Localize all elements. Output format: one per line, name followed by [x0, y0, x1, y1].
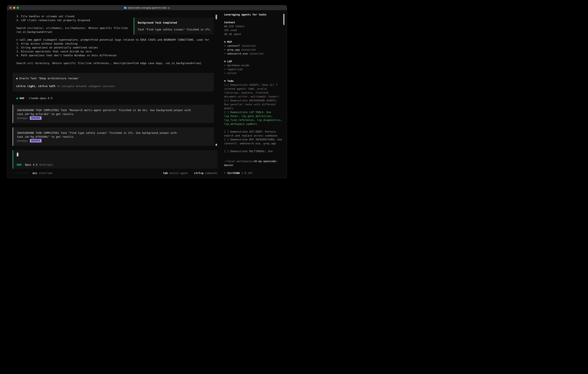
task-message: [BACKGROUND TASK COMPLETED] Task "Find t…	[13, 127, 214, 146]
fisheye-icon: ◉	[16, 77, 18, 80]
bullet-icon: •	[224, 68, 226, 71]
workspace-prefix: ~/local-workspaces/	[224, 160, 254, 163]
prompt-input[interactable]: OmO Opus 4.5 Anthropic	[13, 150, 218, 169]
bullet-icon: •	[224, 44, 226, 47]
spinner-dots: ········	[13, 172, 29, 175]
message-author: yeongyu	[17, 116, 28, 120]
todo-item: [ ] Demonstrate MULTIMODAL: Use	[224, 149, 283, 153]
text-cursor	[17, 153, 18, 156]
todo-item: [ ] Demonstrate AST-GREP: Pattern search…	[224, 130, 283, 137]
conversation-area[interactable]: 3. File handles or streams not closed 4.…	[7, 10, 221, 169]
message-text: task_id="bg_6f59260c" to get results.	[17, 135, 211, 139]
context-tokens: 66,518 tokens	[224, 24, 283, 28]
navigation-hint: ctrl+x right, ctrl+x left to navigate be…	[16, 84, 211, 88]
separator-dot: ·	[26, 97, 27, 100]
input-meta: OmO Opus 4.5 Anthropic	[17, 163, 215, 166]
oracle-task-title: Oracle Task "Deep architecture review"	[19, 77, 79, 80]
oracle-task-card[interactable]: ◉ Oracle Task "Deep architecture review"…	[13, 73, 214, 92]
agent-model: claude-opus-4-5	[29, 97, 52, 100]
gear-icon: ⚙	[16, 38, 18, 41]
checkbox-empty-icon: [ ]	[224, 130, 229, 133]
agent-checkbox-icon: ▣	[16, 97, 18, 100]
checkbox-checked-icon: [✓]	[224, 83, 229, 86]
message-text: [BACKGROUND TASK COMPLETED] Task "Resear…	[17, 108, 211, 112]
window-title-area: [OpenCode] Leveraging agents for tasks ◐	[124, 7, 170, 9]
desktop: { "colors": { "accent_teal": "#27c6b4", …	[0, 0, 294, 187]
mcp-item: • grep_app Connected	[224, 48, 283, 52]
terminal-line: 4. Path operations that don't handle Win…	[16, 53, 215, 57]
titlebar: [OpenCode] Leveraging agents for tasks ◐	[7, 5, 287, 10]
context-spent: $0.46 spent	[224, 32, 283, 36]
kbd-shortcut: ctrl+x right, ctrl+x left	[16, 85, 55, 88]
notification-body: Task "Find type safety issues" finished …	[138, 28, 210, 31]
sidebar-scrollbar-thumb[interactable]	[283, 14, 284, 25]
commands-hint: ctrl+pcommands	[194, 172, 218, 175]
lsp-section-heading[interactable]: ▼ LSP	[224, 59, 283, 63]
checkbox-empty-icon: [ ]	[224, 150, 229, 153]
message-text: task_id="bg_dcfac161" to get results.	[17, 112, 211, 116]
workspace-name: oh-my-opencode:	[254, 160, 277, 163]
context-heading: Context	[224, 21, 283, 24]
lsp-item: • markdown-oxide	[224, 63, 283, 67]
checkbox-empty-icon: [ ]	[224, 138, 229, 141]
tool-call-line: ⚙ call_omo_agent [subagent_type=explore,…	[16, 38, 215, 42]
bullet-icon: •	[224, 171, 226, 174]
agent-header: ▣ OmO · claude-opus-4-5	[16, 96, 215, 100]
app-version: • OpenCode 1.0.163	[224, 171, 283, 175]
zoom-button[interactable]	[17, 7, 19, 9]
terminal-line: Search src/ directory. Return specific f…	[16, 61, 215, 65]
minimize-button[interactable]	[13, 7, 15, 9]
session-title: Leveraging agents for tasks	[224, 13, 283, 17]
chevron-down-icon: ▼	[224, 79, 226, 83]
tool-name: call_omo_agent	[20, 38, 42, 41]
window-title: [OpenCode] Leveraging agents for tasks	[128, 7, 167, 9]
lsp-item: • eslint	[224, 71, 283, 75]
todo-item: [ ] Demonstrate MCP INTEGRATIONS: Use co…	[224, 137, 283, 145]
todo-item: [✓] Demonstrate BACKGROUND AGENTS: Run p…	[224, 98, 283, 110]
provider-label: Anthropic	[39, 163, 53, 166]
close-button[interactable]	[10, 7, 11, 9]
esc-hint: escinterrupt	[32, 172, 53, 175]
main-pane: 3. File handles or streams not closed 4.…	[7, 10, 221, 178]
active-agent-label: OmO	[17, 163, 21, 166]
folder-icon	[124, 7, 126, 9]
bullet-icon: •	[224, 48, 226, 51]
terminal-line: 3. Division operations that could divide…	[16, 50, 215, 53]
status-badge: QUEUED	[30, 139, 42, 143]
lsp-item: • typescript	[224, 67, 283, 71]
mcp-item: • websearch_exa Connected	[224, 52, 283, 55]
traffic-lights	[10, 5, 19, 10]
checkbox-empty-icon: [ ]	[224, 111, 229, 114]
git-branch: master	[224, 164, 233, 166]
half-circle-icon: ◐	[168, 7, 170, 9]
todo-item: [ ] Demonstrate LSP TOOLS: Use lsp_hover…	[224, 110, 283, 126]
todo-section-heading[interactable]: ▼ Todo	[224, 79, 283, 83]
main-scrollbar-thumb[interactable]	[216, 15, 217, 19]
mcp-item: • context7 Connected	[224, 44, 283, 48]
notification-toast: Background Task Completed Task "Find typ…	[134, 18, 214, 35]
terminal-line: 1. Array access without bounds checking	[16, 42, 215, 46]
bullet-icon: •	[224, 64, 226, 67]
terminal-line: 2. String operations on potentially unde…	[16, 46, 215, 50]
tool-args: [subagent_type=explore, prompt=Find pote…	[43, 38, 209, 41]
main-scrollbar-end[interactable]	[216, 144, 217, 146]
message-author: yeongyu	[17, 139, 28, 143]
checkbox-checked-icon: [✓]	[224, 99, 229, 102]
mcp-section-heading[interactable]: ▼ MCP	[224, 40, 283, 44]
hint-text: to navigate between subagent sessions	[55, 85, 115, 88]
notification-title: Background Task Completed	[138, 21, 210, 25]
bullet-icon: •	[224, 72, 226, 75]
bullet-icon: •	[224, 52, 226, 55]
message-text: [BACKGROUND TASK COMPLETED] Task "Find t…	[17, 131, 211, 135]
task-message: [BACKGROUND TASK COMPLETED] Task "Resear…	[13, 105, 214, 123]
sidebar: Leveraging agents for tasks Context 66,5…	[221, 10, 287, 178]
todo-item: [✓] Demonstrate AGENTS: Show all 7 curat…	[224, 83, 283, 98]
chevron-down-icon: ▼	[224, 60, 226, 63]
chevron-down-icon: ▼	[224, 40, 226, 43]
tab-hint: tabswitch agent	[163, 172, 188, 175]
agent-name: OmO	[20, 97, 24, 100]
context-used: 33% used	[224, 28, 283, 32]
model-label: Opus 4.5	[25, 163, 38, 166]
opencode-window: [OpenCode] Leveraging agents for tasks ◐…	[7, 5, 287, 178]
workspace-path: ~/local-workspaces/oh-my-opencode: maste…	[224, 159, 283, 167]
